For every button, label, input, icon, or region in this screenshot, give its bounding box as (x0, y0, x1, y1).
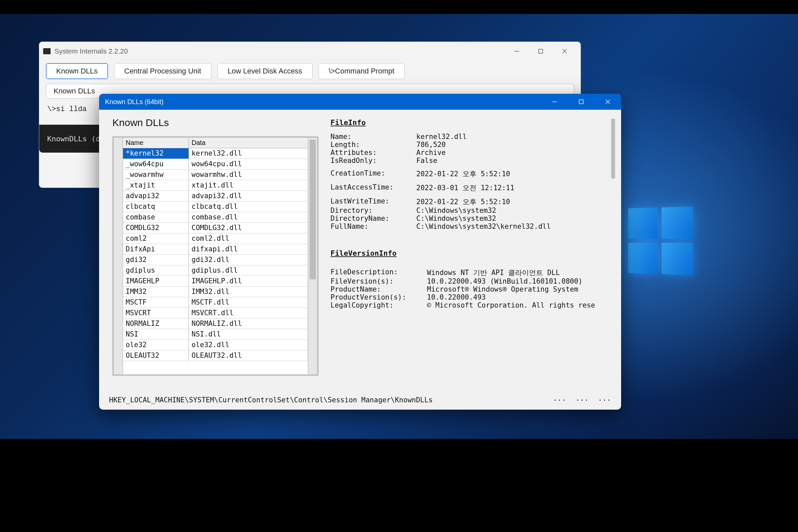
table-row[interactable]: OLEAUT32OLEAUT32.dll (123, 350, 308, 361)
table-row[interactable]: *kernel32kernel32.dll (123, 148, 308, 159)
property-key: Directory: (330, 207, 416, 214)
property-value: 2022-01-22 오후 5:52:10 (416, 169, 616, 178)
window-title: System Internals 2.2.20 (55, 47, 128, 55)
property-key: ProductVersion(s): (330, 293, 427, 301)
tab-command-prompt[interactable]: \>Command Prompt (319, 63, 405, 79)
cell-data: wow64cpu.dll (189, 159, 308, 169)
property-row: Directory:C:\Windows\system32 (330, 207, 616, 214)
property-key: FileVersion(s): (330, 277, 427, 285)
property-key: LastWriteTime: (330, 197, 416, 207)
table-row[interactable]: NORMALIZNORMALIZ.dll (123, 319, 308, 329)
table-row[interactable]: coml2coml2.dll (123, 233, 308, 244)
cell-data: MSCTF.dll (189, 297, 308, 307)
col-data[interactable]: Data (189, 138, 308, 148)
cell-name: MSCTF (123, 297, 189, 307)
cell-data: NORMALIZ.dll (189, 319, 308, 329)
close-button[interactable] (594, 94, 621, 110)
table-row[interactable]: DifxApidifxapi.dll (123, 244, 308, 255)
tab-cpu[interactable]: Central Processing Unit (114, 63, 211, 79)
cell-name: DifxApi (123, 244, 189, 254)
cell-name: ole32 (123, 340, 189, 350)
property-key: DirectoryName: (330, 214, 416, 223)
table-row[interactable]: COMDLG32COMDLG32.dll (123, 223, 308, 233)
table-row[interactable]: clbcatqclbcatq.dll (123, 202, 308, 212)
table-row[interactable]: combasecombase.dll (123, 212, 308, 223)
cell-data: gdiplus.dll (189, 265, 308, 276)
status-menu-2[interactable]: ··· (575, 396, 589, 404)
cell-data: ole32.dll (189, 340, 308, 350)
fileinfo-heading: FileInfo (330, 118, 616, 127)
property-row: FileVersion(s):10.0.22000.493 (WinBuild.… (330, 277, 616, 285)
cell-data: gdi32.dll (189, 255, 308, 265)
property-row: Name:kernel32.dll (330, 133, 616, 141)
cell-data: IMAGEHLP.dll (189, 276, 308, 286)
table-row[interactable]: IMAGEHLPIMAGEHLP.dll (123, 276, 308, 287)
property-row: Attributes:Archive (330, 149, 616, 157)
minimize-button[interactable] (541, 94, 568, 110)
cell-data: MSVCRT.dll (189, 308, 308, 318)
property-value: C:\Windows\system32 (416, 214, 616, 223)
table-row[interactable]: NSINSI.dll (123, 329, 308, 340)
property-key: ProductName: (330, 285, 427, 293)
grid-scrollbar[interactable] (308, 138, 317, 374)
svg-rect-1 (539, 49, 543, 53)
cell-name: combase (123, 212, 189, 223)
heading: Known DLLs (112, 117, 319, 128)
minimize-button[interactable] (505, 43, 529, 59)
property-row: LastAccessTime:2022-03-01 오전 12:12:11 (330, 183, 616, 192)
cell-data: advapi32.dll (189, 191, 308, 201)
maximize-button[interactable] (568, 94, 594, 110)
status-menu-1[interactable]: ··· (553, 396, 566, 404)
property-value: Windows NT 기반 API 클라이언트 DLL (427, 268, 616, 277)
status-menu-3[interactable]: ··· (598, 396, 611, 404)
table-row[interactable]: MSVCRTMSVCRT.dll (123, 308, 308, 319)
cell-name: _wowarmhw (123, 170, 189, 180)
property-row: ProductVersion(s):10.0.22000.493 (330, 293, 616, 301)
table-row[interactable]: gdiplusgdiplus.dll (123, 265, 308, 276)
tab-low-level-disk[interactable]: Low Level Disk Access (217, 63, 312, 79)
property-value: C:\Windows\system32\kernel32.dll (416, 223, 616, 230)
table-row[interactable]: gdi32gdi32.dll (123, 255, 308, 265)
cell-data: COMDLG32.dll (189, 223, 308, 233)
property-key: LegalCopyright: (330, 301, 427, 309)
table-row[interactable]: IMM32IMM32.dll (123, 287, 308, 297)
property-value: 10.0.22000.493 (WinBuild.160101.0800) (427, 277, 616, 285)
table-row[interactable]: _wow64cpuwow64cpu.dll (123, 159, 308, 170)
cell-name: COMDLG32 (123, 223, 189, 233)
svg-rect-5 (579, 100, 583, 104)
property-row: CreationTime:2022-01-22 오후 5:52:10 (330, 169, 616, 178)
cell-data: kernel32.dll (189, 148, 308, 158)
grid-header[interactable]: Name Data (123, 138, 308, 148)
property-row: FileDescription:Windows NT 기반 API 클라이언트 … (330, 268, 616, 277)
status-path: HKEY_LOCAL_MACHINE\SYSTEM\CurrentControl… (109, 396, 433, 404)
dll-grid[interactable]: Name Data *kernel32kernel32.dll_wow64cpu… (112, 136, 319, 376)
property-value: 2022-03-01 오전 12:12:11 (416, 183, 616, 192)
console-text: KnownDLLs (d (47, 135, 100, 143)
tab-known-dlls[interactable]: Known DLLs (46, 63, 108, 79)
property-value: 2022-01-22 오후 5:52:10 (416, 197, 616, 207)
property-key: Attributes: (330, 149, 416, 157)
cell-data: combase.dll (189, 212, 308, 223)
property-key: FileDescription: (330, 268, 427, 277)
cell-name: gdiplus (123, 265, 189, 276)
col-name[interactable]: Name (123, 138, 189, 148)
panel-scrollbar[interactable] (611, 119, 615, 178)
property-row: FullName:C:\Windows\system32\kernel32.dl… (330, 223, 616, 230)
table-row[interactable]: _xtajitxtajit.dll (123, 180, 308, 191)
property-value: Microsoft® Windows® Operating System (427, 285, 616, 293)
desktop-background: System Internals 2.2.20 Known DLLs Centr… (0, 14, 798, 439)
close-button[interactable] (553, 43, 576, 59)
property-value: 786,520 (416, 141, 616, 149)
cell-data: difxapi.dll (189, 244, 308, 254)
scrollbar-thumb[interactable] (309, 140, 316, 279)
table-row[interactable]: ole32ole32.dll (123, 340, 308, 350)
property-value: False (416, 157, 616, 165)
table-row[interactable]: _wowarmhwwowarmhw.dll (123, 170, 308, 180)
cell-name: IMM32 (123, 287, 189, 297)
property-key: LastAccessTime: (330, 183, 416, 192)
property-row: LastWriteTime:2022-01-22 오후 5:52:10 (330, 197, 616, 207)
table-row[interactable]: advapi32advapi32.dll (123, 191, 308, 202)
property-row: IsReadOnly:False (330, 157, 616, 165)
table-row[interactable]: MSCTFMSCTF.dll (123, 297, 308, 308)
maximize-button[interactable] (529, 43, 553, 59)
